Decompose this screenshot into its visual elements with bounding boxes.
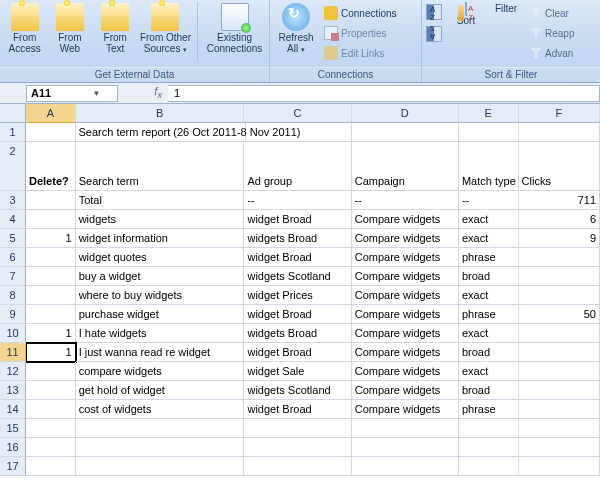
cell-A8[interactable] (26, 286, 76, 305)
cell-D17[interactable] (352, 457, 459, 476)
existing-connections-button[interactable]: Existing Connections (204, 2, 265, 54)
cell-A15[interactable] (26, 419, 76, 438)
cell-B12[interactable]: compare widgets (76, 362, 245, 381)
cell-C10[interactable]: widgets Broad (244, 324, 351, 343)
cell-C6[interactable]: widget Broad (244, 248, 351, 267)
row-header-15[interactable]: 15 (0, 419, 26, 438)
cell-F2[interactable]: Clicks (519, 142, 600, 191)
cell-F14[interactable] (519, 400, 600, 419)
cell-A7[interactable] (26, 267, 76, 286)
cell-E13[interactable]: broad (459, 381, 519, 400)
cell-D4[interactable]: Compare widgets (352, 210, 459, 229)
cell-B2[interactable]: Search term (76, 142, 245, 191)
cell-F9[interactable]: 50 (519, 305, 600, 324)
cell-B6[interactable]: widget quotes (76, 248, 245, 267)
cell-D9[interactable]: Compare widgets (352, 305, 459, 324)
row-header-16[interactable]: 16 (0, 438, 26, 457)
cell-C1[interactable] (246, 123, 353, 142)
cell-A4[interactable] (26, 210, 76, 229)
column-header-F[interactable]: F (519, 104, 600, 123)
cell-D2[interactable]: Campaign (352, 142, 459, 191)
cell-A11[interactable]: 1 (26, 343, 76, 362)
cell-C17[interactable] (244, 457, 351, 476)
cell-E3[interactable]: -- (459, 191, 519, 210)
sort-asc-button[interactable] (426, 4, 442, 20)
cell-E1[interactable] (459, 123, 518, 142)
cell-F17[interactable] (519, 457, 600, 476)
cell-B1[interactable]: Search term report (26 Oct 2011-8 Nov 20… (76, 123, 246, 142)
cell-B16[interactable] (76, 438, 245, 457)
cell-A17[interactable] (26, 457, 76, 476)
cell-D11[interactable]: Compare widgets (352, 343, 459, 362)
cell-D7[interactable]: Compare widgets (352, 267, 459, 286)
cell-B4[interactable]: widgets (76, 210, 245, 229)
cell-D1[interactable] (352, 123, 459, 142)
cell-A3[interactable] (26, 191, 76, 210)
cell-B9[interactable]: purchase widget (76, 305, 245, 324)
cell-B3[interactable]: Total (76, 191, 245, 210)
cell-E16[interactable] (459, 438, 519, 457)
reapply-filter-button[interactable]: Reapp (528, 24, 576, 42)
row-header-1[interactable]: 1 (0, 123, 26, 142)
row-header-2[interactable]: 2 (0, 142, 26, 191)
cell-C11[interactable]: widget Broad (244, 343, 351, 362)
row-header-12[interactable]: 12 (0, 362, 26, 381)
cell-D13[interactable]: Compare widgets (352, 381, 459, 400)
row-header-7[interactable]: 7 (0, 267, 26, 286)
refresh-all-button[interactable]: Refresh All ▾ (274, 2, 318, 55)
cell-A1[interactable] (26, 123, 76, 142)
cell-E14[interactable]: phrase (459, 400, 519, 419)
row-header-9[interactable]: 9 (0, 305, 26, 324)
advanced-filter-button[interactable]: Advan (528, 44, 576, 62)
from-web-button[interactable]: From Web (49, 2, 90, 54)
cell-E12[interactable]: exact (459, 362, 519, 381)
cell-F16[interactable] (519, 438, 600, 457)
cell-F13[interactable] (519, 381, 600, 400)
cell-C4[interactable]: widget Broad (244, 210, 351, 229)
row-header-6[interactable]: 6 (0, 248, 26, 267)
cell-A10[interactable]: 1 (26, 324, 76, 343)
column-header-D[interactable]: D (352, 104, 459, 123)
cell-E15[interactable] (459, 419, 519, 438)
cell-C13[interactable]: widgets Scotland (244, 381, 351, 400)
cell-D8[interactable]: Compare widgets (352, 286, 459, 305)
cell-C3[interactable]: -- (244, 191, 351, 210)
cell-D14[interactable]: Compare widgets (352, 400, 459, 419)
name-box[interactable]: A11 ▼ (26, 85, 118, 102)
row-header-3[interactable]: 3 (0, 191, 26, 210)
cell-E8[interactable]: exact (459, 286, 519, 305)
row-header-5[interactable]: 5 (0, 229, 26, 248)
cell-F4[interactable]: 6 (519, 210, 600, 229)
row-header-4[interactable]: 4 (0, 210, 26, 229)
cell-B7[interactable]: buy a widget (76, 267, 245, 286)
cell-D15[interactable] (352, 419, 459, 438)
row-header-10[interactable]: 10 (0, 324, 26, 343)
cell-B13[interactable]: get hold of widget (76, 381, 245, 400)
from-text-button[interactable]: From Text (95, 2, 136, 54)
cell-F7[interactable] (519, 267, 600, 286)
cell-C5[interactable]: widgets Broad (244, 229, 351, 248)
sort-desc-button[interactable] (426, 26, 442, 42)
cell-E2[interactable]: Match type (459, 142, 519, 191)
column-header-A[interactable]: A (26, 104, 76, 123)
row-header-13[interactable]: 13 (0, 381, 26, 400)
cell-E7[interactable]: broad (459, 267, 519, 286)
sort-button[interactable]: Sort (448, 2, 484, 26)
connections-button[interactable]: Connections (322, 4, 399, 22)
cell-B8[interactable]: where to buy widgets (76, 286, 245, 305)
cell-E6[interactable]: phrase (459, 248, 519, 267)
row-header-11[interactable]: 11 (0, 343, 26, 362)
cell-C8[interactable]: widget Prices (244, 286, 351, 305)
edit-links-button[interactable]: Edit Links (322, 44, 399, 62)
cell-A14[interactable] (26, 400, 76, 419)
cell-F8[interactable] (519, 286, 600, 305)
row-header-14[interactable]: 14 (0, 400, 26, 419)
cell-E9[interactable]: phrase (459, 305, 519, 324)
cell-D6[interactable]: Compare widgets (352, 248, 459, 267)
formula-bar[interactable]: 1 (168, 85, 600, 102)
cell-B17[interactable] (76, 457, 245, 476)
select-all-corner[interactable] (0, 104, 26, 123)
cell-C16[interactable] (244, 438, 351, 457)
cell-E11[interactable]: broad (459, 343, 519, 362)
cell-A12[interactable] (26, 362, 76, 381)
